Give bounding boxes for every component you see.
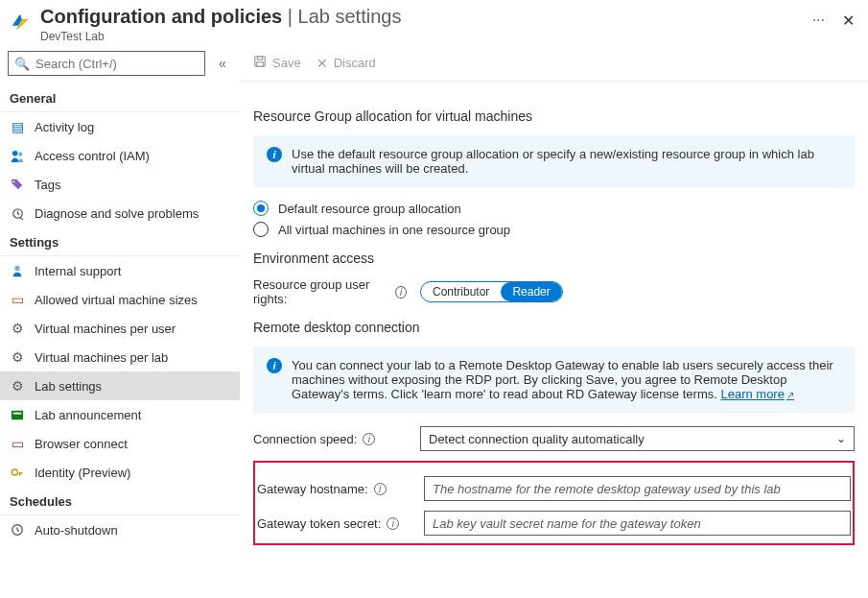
save-button[interactable]: Save: [253, 55, 301, 71]
sidebar-item-label: Lab settings: [35, 379, 102, 394]
radio-icon: [253, 222, 269, 237]
conn-speed-label: Connection speed:: [253, 432, 357, 446]
chevron-down-icon: ⌄: [836, 432, 846, 445]
resource-type: DevTest Lab: [40, 30, 795, 43]
external-link-icon: ↗: [786, 390, 794, 400]
sidebar-item-label: Diagnose and solve problems: [35, 206, 199, 221]
gateway-hostname-input[interactable]: [424, 476, 851, 501]
section-rg-alloc: Resource Group allocation for virtual ma…: [253, 108, 855, 124]
svg-rect-9: [12, 412, 20, 414]
sidebar-item-diagnose[interactable]: Diagnose and solve problems: [0, 199, 240, 227]
sidebar-item-label: Activity log: [35, 120, 94, 134]
discard-icon: ✕: [317, 56, 328, 71]
sidebar-item-label: Browser connect: [35, 437, 128, 451]
page-title: Configuration and policies | Lab setting…: [40, 6, 795, 28]
sidebar-item-label: Tags: [35, 178, 60, 192]
radio-all-in-one[interactable]: All virtual machines in one resource gro…: [253, 222, 855, 237]
help-icon[interactable]: i: [363, 433, 375, 445]
help-icon[interactable]: i: [374, 483, 387, 495]
sidebar-item-allowed-sizes[interactable]: ▭ Allowed virtual machine sizes: [0, 285, 240, 314]
infobox-rg-alloc: i Use the default resource group allocat…: [253, 135, 855, 187]
blade-header: Configuration and policies | Lab setting…: [0, 0, 868, 51]
sidebar-item-activity-log[interactable]: ▤ Activity log: [0, 112, 240, 141]
browser-icon: ▭: [10, 436, 25, 451]
gateway-secret-input[interactable]: [424, 511, 851, 536]
sidebar-item-label: Internal support: [35, 264, 121, 278]
svg-point-5: [13, 181, 15, 183]
discard-button[interactable]: ✕ Discard: [317, 56, 376, 71]
rights-contributor[interactable]: Contributor: [421, 282, 501, 301]
help-icon[interactable]: i: [395, 286, 407, 299]
gear-icon: ⚙: [10, 349, 25, 365]
command-bar: Save ✕ Discard: [240, 51, 868, 82]
radio-label: All virtual machines in one resource gro…: [278, 223, 510, 237]
save-icon: [253, 55, 267, 71]
svg-point-4: [18, 152, 22, 155]
sidebar-item-label: Lab announcement: [35, 408, 141, 422]
support-icon: [10, 263, 25, 278]
access-control-icon: [10, 148, 25, 163]
svg-rect-13: [257, 57, 262, 60]
search-input[interactable]: [35, 57, 199, 71]
gear-icon: ⚙: [10, 321, 25, 336]
sidebar-item-label: Auto-shutdown: [35, 523, 118, 538]
vm-sizes-icon: ▭: [10, 292, 25, 307]
sidebar-item-lab-announcement[interactable]: Lab announcement: [0, 400, 240, 429]
rights-label: Resource group user rights:: [253, 277, 389, 306]
radio-icon-selected: [253, 201, 269, 216]
announcement-icon: [10, 407, 25, 422]
sidebar-item-auto-shutdown[interactable]: Auto-shutdown: [0, 515, 240, 544]
discard-label: Discard: [334, 56, 376, 70]
close-button[interactable]: ✕: [842, 12, 855, 30]
sidebar-item-label: Allowed virtual machine sizes: [35, 293, 198, 307]
learn-more-link[interactable]: Learn more↗: [720, 387, 793, 401]
sidebar-item-label: Access control (IAM): [35, 149, 150, 163]
highlighted-gateway-fields: Gateway hostname: i Gateway token secret…: [253, 461, 855, 545]
svg-point-3: [12, 150, 17, 155]
sidebar-item-lab-settings[interactable]: ⚙ Lab settings: [0, 371, 240, 400]
infobox-text: Use the default resource group allocatio…: [292, 147, 841, 176]
radio-label: Default resource group allocation: [278, 202, 461, 216]
group-general: General: [0, 84, 240, 112]
clock-icon: [10, 522, 25, 538]
help-icon[interactable]: i: [387, 517, 399, 530]
gateway-hostname-label: Gateway hostname:: [257, 482, 368, 496]
svg-point-7: [14, 266, 19, 271]
activity-log-icon: ▤: [10, 119, 25, 134]
section-env-access: Environment access: [253, 251, 855, 266]
radio-default-allocation[interactable]: Default resource group allocation: [253, 201, 855, 216]
svg-rect-14: [257, 62, 264, 66]
main-content: Save ✕ Discard Resource Group allocation…: [240, 51, 868, 598]
collapse-sidebar-button[interactable]: «: [213, 56, 232, 71]
sidebar-item-label: Identity (Preview): [35, 466, 130, 480]
section-rdp: Remote desktop connection: [253, 320, 855, 335]
dropdown-value: Detect connection quality automatically: [429, 432, 645, 446]
svg-point-10: [12, 469, 17, 475]
sidebar-item-vms-per-user[interactable]: ⚙ Virtual machines per user: [0, 314, 240, 343]
search-input-wrap[interactable]: 🔍: [8, 51, 205, 76]
devtest-lab-icon: [10, 12, 31, 33]
sidebar-item-label: Virtual machines per user: [35, 322, 176, 336]
sidebar-item-vms-per-lab[interactable]: ⚙ Virtual machines per lab: [0, 343, 240, 371]
svg-rect-8: [11, 410, 22, 419]
gear-icon: ⚙: [10, 378, 25, 394]
rights-reader[interactable]: Reader: [501, 282, 561, 301]
svg-marker-0: [12, 14, 29, 31]
group-schedules: Schedules: [0, 487, 240, 515]
save-label: Save: [272, 56, 301, 70]
more-button[interactable]: ···: [795, 12, 842, 29]
sidebar: 🔍 « General ▤ Activity log Access contro…: [0, 51, 240, 598]
sidebar-item-access-control[interactable]: Access control (IAM): [0, 141, 240, 170]
diagnose-icon: [10, 205, 25, 221]
sidebar-item-browser-connect[interactable]: ▭ Browser connect: [0, 429, 240, 458]
search-icon: 🔍: [14, 57, 30, 71]
info-icon: i: [267, 358, 282, 373]
sidebar-item-internal-support[interactable]: Internal support: [0, 256, 240, 285]
rights-toggle[interactable]: Contributor Reader: [420, 281, 563, 302]
info-icon: i: [267, 147, 282, 162]
identity-key-icon: [10, 465, 25, 480]
sidebar-item-tags[interactable]: Tags: [0, 170, 240, 199]
group-settings: Settings: [0, 227, 240, 256]
sidebar-item-identity[interactable]: Identity (Preview): [0, 458, 240, 487]
connection-speed-dropdown[interactable]: Detect connection quality automatically …: [420, 426, 855, 451]
